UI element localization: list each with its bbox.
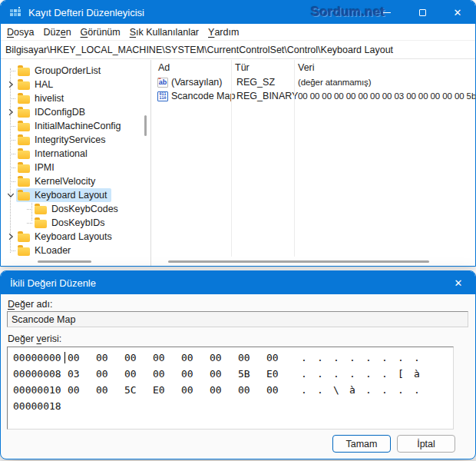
- hex-editor[interactable]: 000000000000000000000000........00000008…: [7, 347, 454, 429]
- tree-item-grouporderlist[interactable]: GroupOrderList: [1, 64, 141, 78]
- tree-vertical-scrollbar[interactable]: [144, 115, 147, 136]
- tree-item-international[interactable]: International: [1, 147, 141, 161]
- hex-byte[interactable]: 00: [238, 350, 266, 366]
- hex-byte[interactable]: 00: [68, 382, 96, 398]
- ascii-char: à: [349, 382, 365, 398]
- column-header-type[interactable]: Tür: [231, 60, 294, 75]
- hex-ascii: ..\à....: [301, 382, 430, 398]
- ascii-char: .: [365, 366, 382, 382]
- tree-item-label: DosKeybCodes: [51, 204, 118, 214]
- values-list-header: Ad Tür Veri: [154, 60, 475, 75]
- value-row-varsayilan[interactable]: ab(Varsayılan)REG_SZ(değer atanmamış): [154, 75, 475, 89]
- hex-byte[interactable]: 00: [181, 366, 210, 382]
- hex-offset: 00000018: [10, 398, 68, 414]
- ascii-char: .: [414, 350, 430, 366]
- tree-connector: [5, 119, 16, 133]
- cancel-button[interactable]: İptal: [397, 435, 455, 453]
- tree-item-kernelvelocity[interactable]: KernelVelocity: [1, 174, 141, 188]
- values-horizontal-scrollbar[interactable]: [168, 260, 429, 263]
- tree-item-hivelist[interactable]: hivelist: [1, 91, 141, 105]
- menu-item-gorunum[interactable]: Görünüm: [76, 24, 125, 41]
- dialog-close-button[interactable]: ✕: [441, 271, 475, 294]
- tree-item-keyboard-layouts[interactable]: Keyboard Layouts: [1, 230, 141, 244]
- ascii-char: à: [414, 366, 430, 382]
- hex-byte[interactable]: 00: [238, 382, 266, 398]
- hex-byte[interactable]: 5B: [238, 366, 266, 382]
- column-header-name[interactable]: Ad: [154, 60, 231, 75]
- column-header-data[interactable]: Veri: [294, 60, 315, 75]
- menu-item-yardim[interactable]: Yardım: [203, 24, 243, 41]
- maximize-button[interactable]: [405, 1, 440, 24]
- hex-byte[interactable]: 00: [124, 350, 153, 366]
- tree-item-label: InitialMachineConfig: [35, 121, 121, 131]
- hex-ascii: ......[à: [301, 366, 430, 382]
- address-input[interactable]: [1, 41, 475, 58]
- hex-byte[interactable]: 00: [266, 382, 295, 398]
- close-button[interactable]: ✕: [440, 1, 475, 24]
- menu-bar: DosyaDüzenGörünümSık KullanılanlarYardım: [1, 24, 475, 41]
- tree-item-idconfigdb[interactable]: IDConfigDB: [1, 105, 141, 119]
- tree-item-initialmachineconfig[interactable]: InitialMachineConfig: [1, 119, 141, 133]
- ascii-char: .: [349, 366, 365, 382]
- tree-item-label: KernelVelocity: [35, 176, 95, 187]
- tree-connector: [5, 174, 16, 188]
- value-name: (Varsayılan): [171, 77, 236, 88]
- ok-button[interactable]: Tamam: [332, 435, 391, 453]
- hex-byte[interactable]: 00: [210, 366, 238, 382]
- menu-item-sik-kullanilanlar[interactable]: Sık Kullanılanlar: [125, 24, 203, 41]
- tree-item-label: DosKeybIDs: [51, 217, 104, 228]
- string-value-icon: ab: [157, 78, 168, 88]
- folder-icon: [18, 164, 30, 173]
- tree-item-keyboard-layout[interactable]: Keyboard Layout: [1, 188, 141, 202]
- hex-byte[interactable]: 00: [96, 350, 124, 366]
- column-separator: [294, 60, 295, 257]
- minimize-icon: [383, 12, 391, 13]
- hex-byte[interactable]: 00: [181, 350, 210, 366]
- hex-offset: 00000000: [10, 350, 68, 366]
- minimize-button[interactable]: [369, 1, 405, 24]
- tree-item-doskeybcodes[interactable]: DosKeybCodes: [1, 202, 141, 216]
- hex-byte[interactable]: 00: [96, 366, 124, 382]
- tree-item-integrityservices[interactable]: IntegrityServices: [1, 133, 141, 147]
- hex-byte[interactable]: 00: [210, 350, 238, 366]
- value-name-label: Değer adı:: [8, 299, 52, 310]
- hex-byte[interactable]: 03: [68, 366, 96, 382]
- hex-byte[interactable]: E0: [266, 366, 295, 382]
- regedit-app-icon: [9, 6, 21, 18]
- value-row-scancode-map[interactable]: 011110Scancode MapREG_BINARY00 00 00 00 …: [154, 89, 475, 103]
- tree-item-doskeybids[interactable]: DosKeybIDs: [1, 216, 141, 230]
- menu-item-dosya[interactable]: Dosya: [2, 24, 38, 41]
- hex-byte[interactable]: 00: [124, 366, 153, 382]
- tree-connector: [5, 91, 16, 105]
- hex-byte[interactable]: 00: [153, 366, 181, 382]
- folder-icon: [18, 178, 30, 187]
- hex-byte[interactable]: 00: [210, 382, 238, 398]
- dialog-title: İkili Değeri Düzenle: [10, 277, 96, 289]
- tree-item-ipmi[interactable]: IPMI: [1, 161, 141, 174]
- menu-item-duzen[interactable]: Düzen: [38, 24, 75, 41]
- tree-item-hal[interactable]: HAL: [1, 78, 141, 91]
- hex-byte[interactable]: 00: [68, 350, 96, 366]
- chevron-right-icon[interactable]: [5, 78, 16, 91]
- value-data-label: Değer verisi:: [8, 333, 61, 344]
- tree-item-kloader[interactable]: KLoader: [1, 244, 141, 257]
- tree-item-label: hivelist: [35, 93, 64, 104]
- chevron-right-icon[interactable]: [5, 230, 16, 244]
- ascii-char: .: [382, 350, 398, 366]
- hex-byte[interactable]: 00: [96, 382, 124, 398]
- tree-horizontal-scrollbar[interactable]: [38, 260, 91, 263]
- ascii-char: .: [333, 350, 349, 366]
- folder-icon: [18, 109, 30, 118]
- edit-binary-value-dialog: İkili Değeri Düzenle ✕ Değer adı: Değer …: [0, 270, 476, 459]
- hex-byte[interactable]: 00: [266, 350, 295, 366]
- hex-byte[interactable]: E0: [153, 382, 181, 398]
- hex-byte[interactable]: 5C: [124, 382, 153, 398]
- text-caret: [64, 352, 65, 363]
- chevron-right-icon[interactable]: [5, 105, 16, 119]
- value-name-field[interactable]: [7, 311, 468, 327]
- folder-icon: [18, 68, 30, 76]
- chevron-down-icon[interactable]: [5, 188, 16, 202]
- registry-tree: GroupOrderListHALhivelistIDConfigDBIniti…: [1, 64, 141, 257]
- hex-byte[interactable]: 00: [181, 382, 210, 398]
- hex-byte[interactable]: 00: [153, 350, 181, 366]
